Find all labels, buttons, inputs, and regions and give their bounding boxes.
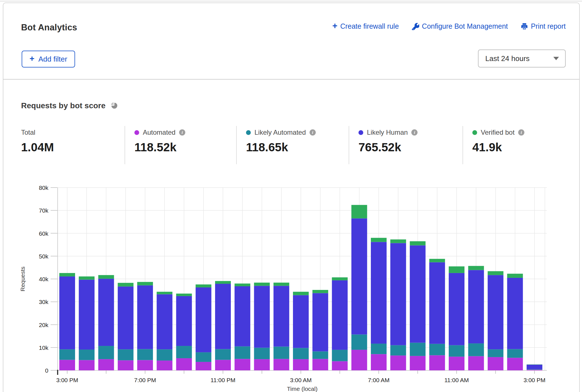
section-title: Requests by bot score [21,101,105,110]
info-icon[interactable]: i [179,129,185,136]
stat-automated: Automated i 118.52k [134,128,185,154]
svg-text:7:00 AM: 7:00 AM [368,377,389,383]
stat-divider [125,126,125,164]
time-range-select[interactable]: Last 24 hours [478,49,566,67]
stat-total-label: Total [21,129,35,136]
stat-divider [236,126,237,164]
stat-total: Total 1.04M [21,128,54,154]
stat-likely-automated: Likely Automated i 118.65k [246,128,316,154]
svg-text:40k: 40k [39,276,48,282]
stat-likely-human: Likely Human i 765.52k [358,128,418,154]
print-report-label: Print report [531,22,566,30]
time-range-value: Last 24 hours [485,54,530,63]
svg-text:11:00 AM: 11:00 AM [444,377,469,383]
svg-text:50k: 50k [39,253,48,260]
stat-verified-bot: Verified bot i 41.9k [472,128,524,154]
pie-chart-icon [110,101,118,110]
automated-legend-dot [134,130,139,135]
info-icon[interactable]: i [518,129,524,136]
add-filter-button[interactable]: + Add filter [22,51,75,67]
configure-bot-management-link[interactable]: Configure Bot Management [412,22,508,30]
wrench-icon [412,23,419,30]
add-filter-label: Add filter [39,55,67,64]
stat-likely-human-label: Likely Human [367,129,408,136]
stat-likely-automated-label: Likely Automated [254,129,306,136]
info-icon[interactable]: i [310,129,316,136]
svg-text:30k: 30k [39,299,48,305]
chevron-down-icon [553,57,559,60]
create-firewall-rule-link[interactable]: + Create firewall rule [332,22,399,31]
svg-text:3:00 PM: 3:00 PM [56,377,78,383]
stat-likely-human-value: 765.52k [358,141,418,154]
svg-text:Time (local): Time (local) [287,386,318,392]
plus-icon: + [332,21,337,30]
stat-automated-label: Automated [143,129,175,136]
svg-text:70k: 70k [39,207,48,214]
stat-divider [349,126,349,164]
header-divider [3,79,579,80]
svg-text:3:00 PM: 3:00 PM [524,377,545,383]
svg-text:3:00 AM: 3:00 AM [290,377,312,383]
bar-chart: 010k20k30k40k50k60k70k80k3:00 PM7:00 PM1… [0,177,582,392]
stat-divider [463,126,463,164]
stat-verified-bot-label: Verified bot [481,129,515,136]
page-title: Bot Analytics [21,22,77,33]
stat-total-value: 1.04M [21,141,54,154]
header-actions: + Create firewall rule Configure Bot Man… [332,22,566,31]
svg-text:80k: 80k [39,184,48,191]
svg-text:10k: 10k [39,344,48,351]
info-icon[interactable]: i [411,129,418,136]
plus-icon: + [30,54,35,63]
svg-text:20k: 20k [39,322,48,328]
printer-icon [521,23,528,30]
likely-human-legend-dot [358,130,363,135]
stat-automated-value: 118.52k [134,141,185,154]
create-firewall-rule-label: Create firewall rule [340,22,399,30]
section-title-row: Requests by bot score [21,101,118,110]
verified-bot-legend-dot [472,130,477,135]
svg-text:60k: 60k [39,230,48,237]
stat-verified-bot-value: 41.9k [472,141,524,154]
svg-text:11:00 PM: 11:00 PM [211,377,235,383]
configure-bot-management-label: Configure Bot Management [422,22,508,30]
stat-likely-automated-value: 118.65k [246,141,316,154]
likely-automated-legend-dot [246,130,251,135]
svg-text:Requests: Requests [19,267,26,292]
svg-text:7:00 PM: 7:00 PM [134,377,156,383]
page-top-border [0,1,582,1]
print-report-link[interactable]: Print report [521,22,566,30]
svg-text:0: 0 [45,367,48,374]
